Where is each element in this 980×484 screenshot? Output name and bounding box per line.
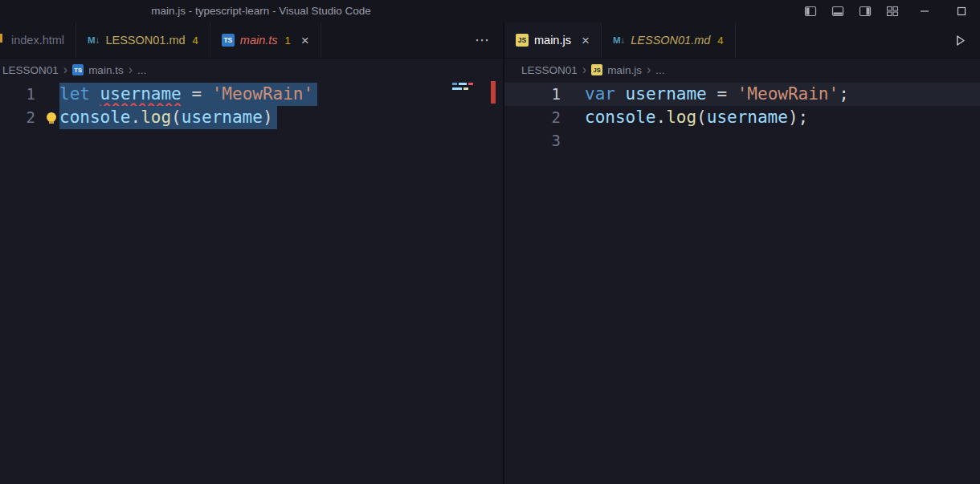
code-line[interactable]: 2console.log(username) (0, 106, 503, 129)
chevron-right-icon: › (129, 63, 133, 76)
javascript-file-icon: JS (591, 64, 602, 75)
line-number: 2 (0, 106, 35, 129)
markdown-icon: M↓ (88, 34, 100, 47)
minimap[interactable] (452, 83, 475, 92)
code-area: 1let username = 'MeowRain'2console.log(u… (0, 83, 503, 129)
titlebar: main.js - typescript-learn - Visual Stud… (0, 0, 980, 22)
tab-label: LESSON01.md (105, 34, 185, 47)
javascript-icon: JS (516, 34, 529, 47)
more-actions-icon[interactable]: ⋯ (475, 31, 490, 49)
code-line[interactable]: 3 (504, 129, 980, 153)
tab-lesson01-md-left[interactable]: M↓ LESSON01.md 4 (76, 22, 210, 58)
tab-main-js[interactable]: JS main.js × (504, 22, 602, 58)
problems-badge: 1 (285, 35, 291, 47)
tab-label: main.ts (240, 34, 278, 47)
code-text: let username = 'MeowRain' (59, 83, 317, 106)
tab-label: index.html (11, 34, 64, 47)
breadcrumb-more[interactable]: ... (655, 64, 664, 76)
code-line[interactable]: 2console.log(username); (504, 106, 980, 129)
code-line[interactable]: 1var username = 'MeowRain'; (504, 83, 980, 106)
code-area: 1var username = 'MeowRain';2console.log(… (504, 83, 980, 153)
tab-index-html[interactable]: index.html (0, 22, 76, 58)
minimize-button[interactable] (906, 0, 943, 22)
run-code-icon[interactable] (953, 34, 967, 47)
code-text: console.log(username) (59, 106, 277, 129)
close-tab-icon[interactable]: × (301, 34, 309, 47)
tab-lesson01-md-right[interactable]: M↓ LESSON01.md 4 (602, 22, 736, 58)
code-line[interactable]: 1let username = 'MeowRain' (0, 83, 503, 106)
line-number: 3 (504, 129, 561, 153)
tabbar-right: JS main.js × M↓ LESSON01.md 4 (504, 22, 980, 59)
modified-indicator (0, 34, 2, 43)
chevron-right-icon: › (63, 63, 67, 76)
minimap-line (452, 83, 475, 85)
problems-badge: 4 (717, 35, 723, 47)
close-tab-icon[interactable]: × (582, 34, 590, 47)
markdown-icon: M↓ (613, 34, 625, 47)
editor-area: index.html M↓ LESSON01.md 4 TS main.ts 1… (0, 22, 980, 484)
chevron-right-icon: › (647, 63, 651, 76)
tab-main-ts[interactable]: TS main.ts 1 × (210, 22, 321, 58)
breadcrumb-folder[interactable]: LESSON01 (2, 64, 59, 76)
overview-ruler-error-mark (491, 81, 496, 104)
problems-badge: 4 (193, 35, 198, 47)
tab-label: LESSON01.md (631, 34, 710, 47)
maximize-button[interactable] (943, 0, 980, 22)
toggle-secondary-sidebar-icon[interactable] (851, 0, 879, 22)
editor-javascript[interactable]: 1var username = 'MeowRain';2console.log(… (504, 81, 980, 484)
vscode-window: main.js - typescript-learn - Visual Stud… (0, 0, 980, 484)
titlebar-controls (797, 0, 980, 22)
breadcrumb-left: LESSON01 › TS main.ts › ... (0, 59, 503, 81)
customize-layout-icon[interactable] (879, 0, 906, 22)
typescript-file-icon: TS (72, 64, 84, 75)
code-text: var username = 'MeowRain'; (585, 83, 849, 106)
typescript-icon: TS (222, 34, 235, 47)
breadcrumb-file[interactable]: main.ts (88, 64, 124, 76)
window-title: main.js - typescript-learn - Visual Stud… (0, 0, 522, 22)
line-number: 1 (504, 83, 561, 106)
breadcrumb-folder[interactable]: LESSON01 (521, 64, 578, 76)
breadcrumb-file[interactable]: main.js (607, 64, 642, 76)
toggle-primary-sidebar-icon[interactable] (797, 0, 824, 22)
line-number: 1 (0, 83, 35, 106)
editor-typescript[interactable]: 1let username = 'MeowRain'2console.log(u… (0, 81, 503, 484)
breadcrumb-more[interactable]: ... (137, 64, 146, 76)
breadcrumb-right: LESSON01 › JS main.js › ... (504, 59, 980, 81)
line-number: 2 (504, 106, 561, 129)
tabbar-left: index.html M↓ LESSON01.md 4 TS main.ts 1… (0, 22, 503, 59)
minimap-line (452, 87, 475, 90)
toggle-panel-icon[interactable] (824, 0, 851, 22)
editor-group-left: index.html M↓ LESSON01.md 4 TS main.ts 1… (0, 22, 503, 484)
editor-group-right: JS main.js × M↓ LESSON01.md 4 LESSON01 › (504, 22, 980, 484)
lightbulb-icon[interactable] (47, 112, 56, 122)
editor-actions-left: ⋯ (475, 22, 503, 58)
tab-label: main.js (534, 34, 571, 47)
code-text: console.log(username); (585, 106, 808, 129)
editor-actions-right (953, 22, 980, 58)
chevron-right-icon: › (582, 63, 586, 76)
